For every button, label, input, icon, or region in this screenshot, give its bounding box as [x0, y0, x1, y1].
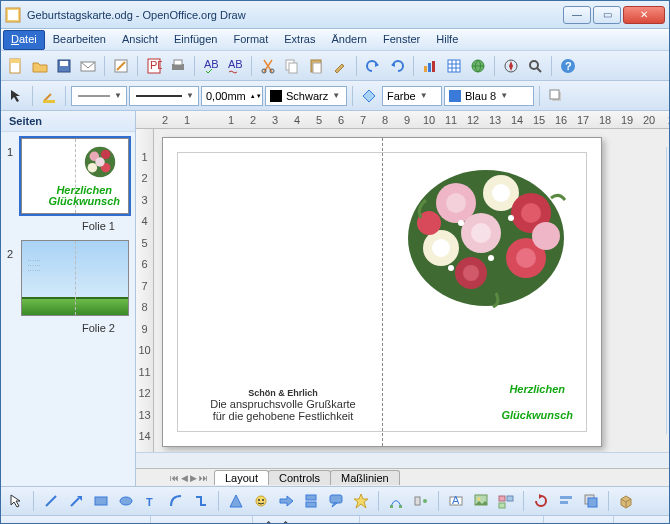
arrow-style-dropdown[interactable]: ▼ — [71, 86, 127, 106]
svg-rect-23 — [448, 60, 460, 72]
slide-thumbnail[interactable]: HerzlichenGlückwunsch · · · — [21, 138, 129, 214]
pdf-button[interactable]: PDF — [143, 55, 165, 77]
shadow-button[interactable] — [545, 85, 567, 107]
menu-aendern[interactable]: Ändern — [323, 30, 374, 50]
text-tool[interactable]: T — [140, 490, 162, 512]
menu-extras[interactable]: Extras — [276, 30, 323, 50]
page[interactable]: HerzlichenGlückwunsch Schön & Ehrlich Di… — [162, 137, 602, 447]
autospell-button[interactable]: ABC — [224, 55, 246, 77]
svg-rect-86 — [588, 498, 597, 507]
points-tool[interactable] — [385, 490, 407, 512]
menu-ansicht[interactable]: Ansicht — [114, 30, 166, 50]
slide-thumbnail[interactable]: · · · · · ·· · · · · ·· · · · · · — [21, 240, 129, 316]
format-paintbrush-button[interactable] — [329, 55, 351, 77]
status-coords: ⊹64,71 / -13,12 — [151, 516, 253, 524]
toolbar-standard: PDF ABC ABC ? — [1, 51, 669, 81]
symbol-shapes-tool[interactable] — [250, 490, 272, 512]
slide-label: Folie 2 — [7, 320, 129, 342]
undo-button[interactable] — [362, 55, 384, 77]
maximize-button[interactable]: ▭ — [593, 6, 621, 24]
gallery-tool[interactable] — [495, 490, 517, 512]
svg-point-55 — [532, 222, 560, 250]
paste-button[interactable] — [305, 55, 327, 77]
menu-datei[interactable]: Datei — [3, 30, 45, 50]
page-viewport[interactable]: HerzlichenGlückwunsch Schön & Ehrlich Di… — [154, 129, 670, 452]
redo-button[interactable] — [386, 55, 408, 77]
help-button[interactable]: ? — [557, 55, 579, 77]
basic-shapes-tool[interactable] — [225, 490, 247, 512]
cut-button[interactable] — [257, 55, 279, 77]
arrow-line-tool[interactable] — [65, 490, 87, 512]
copy-button[interactable] — [281, 55, 303, 77]
bouquet-icon — [78, 143, 122, 181]
svg-rect-81 — [507, 496, 513, 501]
fill-type-dropdown[interactable]: Farbe▼ — [382, 86, 442, 106]
zoom-button[interactable] — [524, 55, 546, 77]
open-button[interactable] — [29, 55, 51, 77]
line-tool[interactable] — [40, 490, 62, 512]
select-tool[interactable] — [5, 490, 27, 512]
menu-fenster[interactable]: Fenster — [375, 30, 428, 50]
svg-point-59 — [488, 255, 494, 261]
line-width-field[interactable]: 0,00mm▲▼ — [201, 86, 263, 106]
connector-tool[interactable] — [190, 490, 212, 512]
svg-rect-19 — [313, 63, 321, 73]
block-arrows-tool[interactable] — [275, 490, 297, 512]
save-button[interactable] — [53, 55, 75, 77]
slide-1[interactable]: 1 HerzlichenGlückwunsch · · · — [7, 138, 129, 214]
slide-2[interactable]: 2 · · · · · ·· · · · · ·· · · · · · — [7, 240, 129, 316]
chart-button[interactable] — [419, 55, 441, 77]
rotate-tool[interactable] — [530, 490, 552, 512]
menu-einfuegen[interactable]: Einfügen — [166, 30, 225, 50]
arrow-tool-button[interactable] — [5, 85, 27, 107]
fill-color-dropdown[interactable]: Blau 8▼ — [444, 86, 534, 106]
svg-point-64 — [120, 497, 132, 505]
menu-bearbeiten[interactable]: Bearbeiten — [45, 30, 114, 50]
email-button[interactable] — [77, 55, 99, 77]
extrusion-tool[interactable] — [615, 490, 637, 512]
fill-color-label: Blau 8 — [465, 90, 496, 102]
tab-layout[interactable]: Layout — [214, 470, 269, 485]
svg-point-42 — [446, 193, 466, 213]
line-style-dropdown[interactable]: ▼ — [129, 86, 199, 106]
from-file-tool[interactable] — [470, 490, 492, 512]
callouts-tool[interactable] — [325, 490, 347, 512]
close-button[interactable]: ✕ — [623, 6, 665, 24]
table-button[interactable] — [443, 55, 465, 77]
fill-color-button[interactable] — [358, 85, 380, 107]
print-button[interactable] — [167, 55, 189, 77]
line-color-dropdown[interactable]: Schwarz▼ — [265, 86, 347, 106]
tab-masslinien[interactable]: Maßlinien — [330, 470, 400, 485]
main-area: Seiten 1 HerzlichenGlückwunsch · · · Fol… — [1, 111, 669, 486]
curve-tool[interactable] — [165, 490, 187, 512]
stars-tool[interactable] — [350, 490, 372, 512]
back-text: Schön & Ehrlich Die anspruchsvolle Grußk… — [203, 388, 363, 422]
minimize-button[interactable]: — — [563, 6, 591, 24]
arrange-tool[interactable] — [580, 490, 602, 512]
edit-button[interactable] — [110, 55, 132, 77]
scrollbar-horizontal[interactable] — [136, 452, 670, 468]
rectangle-tool[interactable] — [90, 490, 112, 512]
menu-hilfe[interactable]: Hilfe — [428, 30, 466, 50]
status-page: Seite 1 / 2 — [544, 516, 615, 524]
svg-point-50 — [471, 223, 491, 243]
svg-rect-63 — [95, 497, 107, 505]
scrollbar-vertical[interactable] — [666, 147, 670, 434]
tab-controls[interactable]: Controls — [268, 470, 331, 485]
line-width-value: 0,00mm — [206, 90, 246, 102]
ellipse-tool[interactable] — [115, 490, 137, 512]
tab-nav[interactable]: ⏮◀▶⏭ — [170, 473, 208, 483]
svg-rect-82 — [499, 503, 505, 508]
glue-points-tool[interactable] — [410, 490, 432, 512]
fontwork-tool[interactable]: A — [445, 490, 467, 512]
line-color-button[interactable] — [38, 85, 60, 107]
spellcheck-button[interactable]: ABC — [200, 55, 222, 77]
new-button[interactable] — [5, 55, 27, 77]
navigator-button[interactable] — [500, 55, 522, 77]
menu-format[interactable]: Format — [225, 30, 276, 50]
svg-rect-17 — [289, 63, 297, 73]
align-tool[interactable] — [555, 490, 577, 512]
svg-rect-73 — [399, 505, 402, 508]
hyperlink-button[interactable] — [467, 55, 489, 77]
flowchart-tool[interactable] — [300, 490, 322, 512]
